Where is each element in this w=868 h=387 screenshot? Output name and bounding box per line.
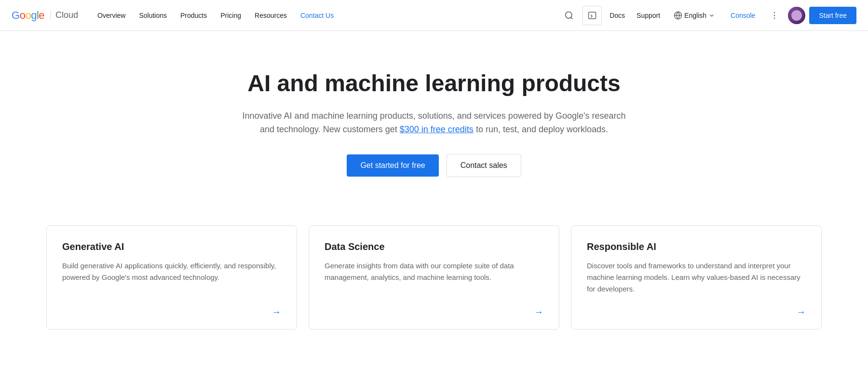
card-responsible-ai-title: Responsible AI	[587, 241, 806, 252]
nav-item-pricing[interactable]: Pricing	[215, 8, 247, 23]
support-link[interactable]: Support	[633, 8, 664, 23]
google-wordmark: Google	[12, 9, 44, 22]
navbar: Google Cloud Overview Solutions Products…	[0, 0, 868, 31]
cards-section: Generative AI Build generative AI applic…	[0, 206, 868, 368]
more-vert-icon	[770, 11, 779, 20]
terminal-icon	[588, 11, 597, 20]
card-data-science[interactable]: Data Science Generate insights from data…	[309, 225, 559, 330]
globe-icon	[674, 11, 682, 20]
chevron-down-icon	[708, 12, 715, 19]
card-generative-ai-desc: Build generative AI applications quickly…	[62, 260, 281, 295]
search-icon	[564, 11, 574, 20]
nav-right: Docs Support English Console	[559, 6, 856, 25]
card-generative-ai-arrow: →	[62, 306, 281, 318]
card-data-science-arrow: →	[325, 306, 543, 318]
language-label: English	[684, 12, 706, 19]
nav-item-solutions[interactable]: Solutions	[133, 8, 173, 23]
get-started-button[interactable]: Get started for free	[347, 154, 438, 177]
language-selector[interactable]: English	[668, 7, 721, 24]
card-responsible-ai-arrow: →	[587, 306, 806, 318]
hero-cta-group: Get started for free Contact sales	[236, 154, 632, 177]
logo[interactable]: Google Cloud	[12, 9, 78, 22]
user-avatar[interactable]	[788, 7, 805, 24]
card-responsible-ai[interactable]: Responsible AI Discover tools and framew…	[571, 225, 822, 330]
nav-links: Overview Solutions Products Pricing Reso…	[92, 8, 559, 23]
cloud-wordmark: Cloud	[50, 10, 78, 20]
svg-point-0	[566, 12, 572, 18]
page-title: AI and machine learning products	[236, 69, 632, 97]
svg-point-6	[774, 12, 775, 13]
console-link[interactable]: Console	[725, 8, 761, 23]
card-data-science-title: Data Science	[325, 241, 543, 252]
credits-link[interactable]: $300 in free credits	[400, 124, 474, 134]
docs-link[interactable]: Docs	[606, 8, 629, 23]
contact-sales-button[interactable]: Contact sales	[447, 154, 521, 177]
hero-desc-after: to run, test, and deploy workloads.	[474, 124, 608, 134]
hero-description: Innovative AI and machine learning produ…	[236, 109, 632, 137]
nav-item-overview[interactable]: Overview	[92, 8, 131, 23]
hero-section: AI and machine learning products Innovat…	[217, 31, 651, 206]
start-free-button[interactable]: Start free	[809, 7, 856, 24]
more-options-button[interactable]	[765, 6, 784, 25]
nav-item-products[interactable]: Products	[175, 8, 213, 23]
svg-point-8	[774, 17, 775, 19]
card-generative-ai-title: Generative AI	[62, 241, 281, 252]
nav-item-contact[interactable]: Contact Us	[295, 8, 339, 23]
svg-point-7	[774, 14, 775, 16]
svg-line-1	[571, 17, 573, 19]
card-generative-ai[interactable]: Generative AI Build generative AI applic…	[46, 225, 297, 330]
nav-item-resources[interactable]: Resources	[249, 8, 293, 23]
cloud-shell-button[interactable]	[583, 6, 602, 25]
card-data-science-desc: Generate insights from data with our com…	[325, 260, 543, 295]
svg-rect-2	[589, 12, 596, 19]
search-button[interactable]	[559, 6, 579, 25]
card-responsible-ai-desc: Discover tools and frameworks to underst…	[587, 260, 806, 295]
